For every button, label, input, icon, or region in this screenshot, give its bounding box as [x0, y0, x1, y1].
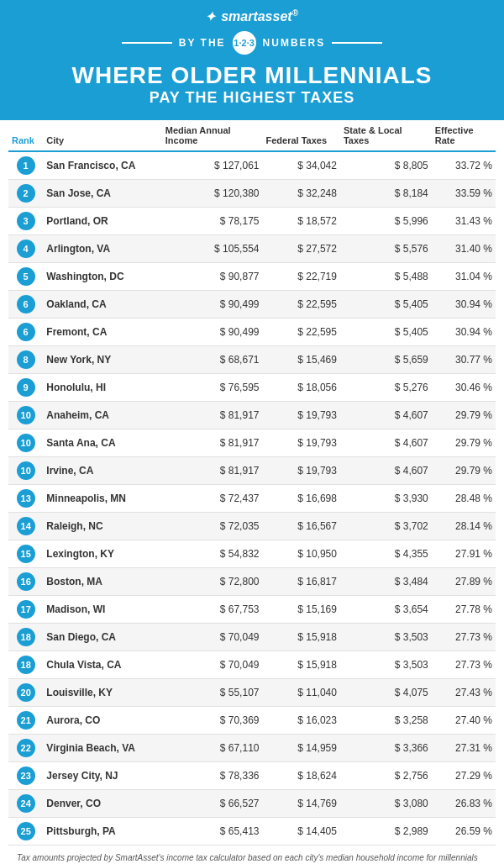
income-cell: $ 54,832 [162, 540, 263, 567]
rate-cell: 29.79 % [432, 429, 496, 456]
footnote: Tax amounts projected by SmartAsset's in… [8, 846, 496, 864]
city-cell: Louisville, KY [43, 678, 161, 706]
city-cell: Denver, CO [43, 789, 161, 817]
col-income: Median Annual Income [162, 120, 263, 151]
rate-cell: 27.73 % [432, 651, 496, 678]
rank-cell: 2 [8, 179, 43, 207]
col-city: City [43, 120, 161, 151]
rank-badge: 14 [17, 517, 35, 535]
rate-cell: 27.73 % [432, 623, 496, 651]
income-cell: $ 72,437 [162, 484, 263, 512]
federal-cell: $ 18,056 [262, 373, 339, 401]
rate-cell: 29.79 % [432, 456, 496, 484]
rate-cell: 29.79 % [432, 401, 496, 429]
income-cell: $ 90,499 [162, 290, 263, 318]
rank-cell: 6 [8, 318, 43, 345]
state-local-cell: $ 4,607 [340, 456, 432, 484]
rank-cell: 18 [8, 651, 43, 678]
federal-cell: $ 19,793 [262, 456, 339, 484]
income-cell: $ 78,336 [162, 761, 263, 789]
federal-cell: $ 32,248 [262, 179, 339, 207]
rank-badge: 5 [17, 267, 35, 286]
col-state-local: State & Local Taxes [340, 120, 432, 151]
rank-cell: 3 [8, 207, 43, 234]
city-cell: Arlington, VA [43, 234, 161, 262]
rank-cell: 16 [8, 567, 43, 595]
by-the-numbers-row: BY THE 1·2·3 NUMBERS [17, 31, 487, 55]
rate-cell: 30.77 % [432, 345, 496, 373]
table-row: 6 Fremont, CA $ 90,499 $ 22,595 $ 5,405 … [8, 318, 496, 345]
state-local-cell: $ 4,355 [340, 540, 432, 567]
table-row: 21 Aurora, CO $ 70,369 $ 16,023 $ 3,258 … [8, 706, 496, 734]
rate-cell: 27.89 % [432, 567, 496, 595]
rank-badge: 16 [17, 572, 35, 591]
federal-cell: $ 16,567 [262, 512, 339, 540]
rank-cell: 10 [8, 401, 43, 429]
table-row: 15 Lexington, KY $ 54,832 $ 10,950 $ 4,3… [8, 540, 496, 567]
income-cell: $ 90,499 [162, 318, 263, 345]
city-cell: Raleigh, NC [43, 512, 161, 540]
federal-cell: $ 18,624 [262, 761, 339, 789]
state-local-cell: $ 3,484 [340, 567, 432, 595]
rank-badge: 4 [17, 240, 35, 258]
rate-cell: 27.43 % [432, 678, 496, 706]
state-local-cell: $ 4,075 [340, 678, 432, 706]
table-row: 24 Denver, CO $ 66,527 $ 14,769 $ 3,080 … [8, 789, 496, 817]
income-cell: $ 67,753 [162, 595, 263, 623]
header-section: ✦ smartasset® BY THE 1·2·3 NUMBERS WHERE… [0, 0, 504, 120]
rate-cell: 31.43 % [432, 207, 496, 234]
table-row: 1 San Francisco, CA $ 127,061 $ 34,042 $… [8, 151, 496, 180]
rate-cell: 30.94 % [432, 318, 496, 345]
rank-badge: 1 [17, 156, 35, 175]
federal-cell: $ 14,959 [262, 734, 339, 761]
left-line [122, 42, 172, 44]
rank-badge: 20 [17, 683, 35, 702]
state-local-cell: $ 8,805 [340, 151, 432, 180]
federal-cell: $ 16,023 [262, 706, 339, 734]
federal-cell: $ 34,042 [262, 151, 339, 180]
city-cell: Chula Vista, CA [43, 651, 161, 678]
rank-badge: 23 [17, 767, 35, 785]
city-cell: Lexington, KY [43, 540, 161, 567]
rank-cell: 18 [8, 623, 43, 651]
rank-badge: 10 [17, 434, 35, 452]
table-row: 18 San Diego, CA $ 70,049 $ 15,918 $ 3,5… [8, 623, 496, 651]
rank-cell: 21 [8, 706, 43, 734]
rank-badge: 21 [17, 711, 35, 730]
rank-badge: 25 [17, 822, 35, 840]
city-cell: Irvine, CA [43, 456, 161, 484]
state-local-cell: $ 5,659 [340, 345, 432, 373]
federal-cell: $ 22,719 [262, 262, 339, 290]
federal-cell: $ 10,950 [262, 540, 339, 567]
rate-cell: 26.83 % [432, 789, 496, 817]
table-row: 20 Louisville, KY $ 55,107 $ 11,040 $ 4,… [8, 678, 496, 706]
federal-cell: $ 14,769 [262, 789, 339, 817]
rank-badge: 6 [17, 295, 35, 313]
table-row: 2 San Jose, CA $ 120,380 $ 32,248 $ 8,18… [8, 179, 496, 207]
rate-cell: 27.29 % [432, 761, 496, 789]
col-rank: Rank [8, 120, 43, 151]
col-rate: Effective Rate [432, 120, 496, 151]
rank-badge: 18 [17, 656, 35, 674]
federal-cell: $ 15,469 [262, 345, 339, 373]
rank-cell: 8 [8, 345, 43, 373]
federal-cell: $ 15,918 [262, 623, 339, 651]
income-cell: $ 67,110 [162, 734, 263, 761]
rank-badge: 15 [17, 545, 35, 563]
federal-cell: $ 16,698 [262, 484, 339, 512]
rank-badge: 13 [17, 489, 35, 508]
rank-cell: 25 [8, 817, 43, 845]
city-cell: Honolulu, HI [43, 373, 161, 401]
rate-cell: 33.59 % [432, 179, 496, 207]
rank-cell: 23 [8, 761, 43, 789]
income-cell: $ 65,413 [162, 817, 263, 845]
city-cell: Washington, DC [43, 262, 161, 290]
rank-badge: 3 [17, 212, 35, 230]
state-local-cell: $ 5,576 [340, 234, 432, 262]
main-table: Rank City Median Annual Income Federal T… [8, 120, 496, 846]
main-title: WHERE OLDER MILLENNIALS [17, 63, 487, 89]
federal-cell: $ 27,572 [262, 234, 339, 262]
income-cell: $ 70,049 [162, 651, 263, 678]
rate-cell: 27.31 % [432, 734, 496, 761]
rank-cell: 4 [8, 234, 43, 262]
